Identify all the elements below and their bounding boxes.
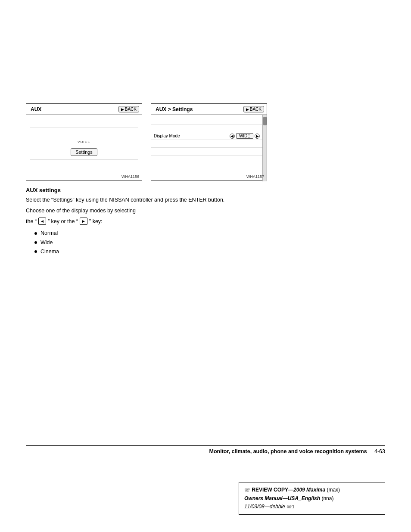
bullet-dot-icon bbox=[34, 241, 37, 244]
top-space bbox=[26, 17, 385, 103]
aux-screen-watermark: WHA1156 bbox=[121, 174, 139, 179]
bullet-item-normal: Normal bbox=[40, 229, 58, 238]
diagrams-row: N AUX ▶ BACK VOICE Settings bbox=[26, 103, 385, 181]
settings-screen-header: N AUX > Settings ▶ BACK bbox=[151, 104, 267, 115]
aux-title-text: AUX bbox=[31, 106, 41, 112]
page-wrapper: N AUX ▶ BACK VOICE Settings bbox=[0, 0, 411, 532]
settings-screen-body: Display Mode ◀ WIDE ▶ bbox=[151, 115, 267, 181]
settings-title-text: AUX > Settings bbox=[156, 106, 193, 112]
aux-voice-text: VOICE bbox=[78, 140, 90, 144]
settings-row-display-mode: Display Mode ◀ WIDE ▶ bbox=[151, 132, 262, 140]
settings-screen-title: N AUX > Settings bbox=[154, 106, 193, 112]
settings-row-6 bbox=[151, 156, 262, 163]
review-line-1: ☏ REVIEW COPY—2009 Maxima (max) bbox=[244, 486, 380, 494]
aux-screen-header: N AUX ▶ BACK bbox=[26, 104, 142, 115]
list-item: Normal bbox=[34, 229, 385, 238]
review-owners-manual: Owners Manual—USA_English bbox=[244, 495, 320, 501]
review-copy-title: 2009 Maxima bbox=[293, 487, 325, 493]
settings-scrollbar[interactable] bbox=[262, 115, 267, 181]
settings-row-5 bbox=[151, 148, 262, 156]
list-item: Wide bbox=[34, 238, 385, 247]
settings-row-1 bbox=[151, 117, 262, 124]
aux-screen-body: VOICE Settings bbox=[26, 115, 142, 172]
mode-left-arrow[interactable]: ◀ bbox=[230, 134, 235, 139]
review-copy-prefix: REVIEW COPY— bbox=[252, 487, 293, 493]
key-instruction-row: the “ ◄ ” key or the “ ► ” key: bbox=[26, 218, 385, 226]
section-heading: AUX settings bbox=[26, 187, 385, 193]
display-mode-label: Display Mode bbox=[154, 134, 180, 138]
settings-list: Display Mode ◀ WIDE ▶ bbox=[151, 115, 262, 181]
footer-page-number: 4-63 bbox=[374, 448, 385, 454]
review-phone-icon: ☏︎1 bbox=[286, 504, 295, 509]
key-mid-text: ” key or the “ bbox=[48, 218, 78, 226]
settings-row-4 bbox=[151, 140, 262, 148]
aux-screen: N AUX ▶ BACK VOICE Settings bbox=[26, 103, 142, 181]
review-copy-box-wrap: ☏ REVIEW COPY—2009 Maxima (max) Owners M… bbox=[239, 482, 385, 515]
footer-bar: Monitor, climate, audio, phone and voice… bbox=[26, 445, 385, 454]
footer-description: Monitor, climate, audio, phone and voice… bbox=[209, 448, 367, 454]
review-line-3: 11/03/08—debbie ☏︎1 bbox=[244, 503, 380, 511]
list-item: Cinema bbox=[34, 247, 385, 256]
scroll-thumb bbox=[263, 117, 267, 125]
review-date: 11/03/08—debbie bbox=[244, 504, 285, 510]
review-copy-box: ☏ REVIEW COPY—2009 Maxima (max) Owners M… bbox=[239, 482, 385, 515]
back-arrow-icon: ▶ bbox=[121, 107, 124, 112]
display-mode-value: WIDE bbox=[236, 133, 253, 139]
mode-right-arrow[interactable]: ▶ bbox=[255, 134, 260, 139]
settings-back-arrow-icon: ▶ bbox=[246, 107, 249, 112]
paragraph-2: Choose one of the display modes by selec… bbox=[26, 207, 385, 215]
paragraph-1: Select the “Settings” key using the NISS… bbox=[26, 196, 385, 204]
right-key-symbol: ► bbox=[80, 218, 87, 225]
settings-back-label: BACK bbox=[250, 107, 262, 112]
left-key-symbol: ◄ bbox=[38, 218, 46, 225]
aux-back-label: BACK bbox=[125, 107, 137, 112]
key-instruction-prefix: the “ bbox=[26, 218, 37, 226]
bullet-dot-icon bbox=[34, 250, 37, 253]
bullet-dot-icon bbox=[34, 232, 37, 235]
settings-row-2 bbox=[151, 124, 262, 132]
bullet-item-cinema: Cinema bbox=[40, 247, 59, 256]
settings-screen: N AUX > Settings ▶ BACK bbox=[151, 103, 267, 181]
aux-settings-button[interactable]: Settings bbox=[71, 148, 97, 156]
aux-back-button[interactable]: ▶ BACK bbox=[118, 106, 139, 112]
bullet-list: Normal Wide Cinema bbox=[34, 229, 385, 256]
display-mode-control[interactable]: ◀ WIDE ▶ bbox=[230, 133, 260, 139]
key-instruction-suffix: ” key: bbox=[89, 218, 103, 226]
review-line-2: Owners Manual—USA_English (nna) bbox=[244, 495, 380, 503]
review-copy-max: (max) bbox=[325, 487, 340, 493]
settings-screen-watermark: WHA1157 bbox=[246, 174, 264, 179]
bullet-item-wide: Wide bbox=[40, 238, 53, 247]
settings-back-button[interactable]: ▶ BACK bbox=[243, 106, 264, 112]
review-nna: (nna) bbox=[320, 495, 333, 501]
settings-row-7 bbox=[151, 163, 262, 171]
aux-screen-title: N AUX bbox=[29, 106, 41, 112]
footer-bar-text: Monitor, climate, audio, phone and voice… bbox=[209, 448, 385, 454]
